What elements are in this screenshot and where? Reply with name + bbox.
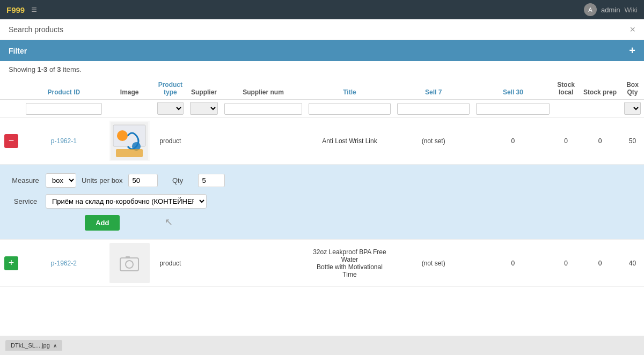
menu-icon[interactable]: ≡ <box>31 4 37 16</box>
filter-label: Filter <box>9 47 27 55</box>
row2-product-type: product <box>154 240 187 287</box>
row2-product-id[interactable]: p-1962-2 <box>51 260 77 267</box>
filter-bar: Filter + <box>0 40 644 61</box>
showing-total: 3 <box>57 65 61 73</box>
units-per-box-input[interactable] <box>128 174 158 187</box>
row2-stock-prep: 0 <box>579 240 621 287</box>
filter-add-button[interactable]: + <box>629 45 635 57</box>
products-table: Product ID Image Producttype Supplier Su… <box>0 78 644 287</box>
row1-product-image <box>111 122 148 160</box>
filter-sell30[interactable] <box>476 103 550 115</box>
row2-title: 32oz Leakproof BPA Free WaterBottle with… <box>305 240 394 287</box>
filter-box-qty[interactable] <box>624 102 641 115</box>
qty-label: Qty <box>163 176 193 184</box>
col-box-qty: BoxQty <box>621 78 644 100</box>
col-stock-local: Stocklocal <box>553 78 579 100</box>
row1-product-id[interactable]: p-1962-1 <box>51 137 77 145</box>
col-sell30: Sell 30 <box>473 78 553 100</box>
col-image: Image <box>105 78 154 100</box>
row1-supplier <box>187 117 221 165</box>
dialog-header: Search products × <box>0 19 644 40</box>
col-supplier: Supplier <box>187 78 221 100</box>
svg-rect-4 <box>116 149 143 157</box>
units-per-box-label: Units per box <box>82 176 123 184</box>
measure-label: Measure <box>11 176 40 184</box>
col-product-type: Producttype <box>154 78 187 100</box>
service-row: Service Приём на склад по-коробочно (КОН… <box>11 194 247 209</box>
topbar-left: F999 ≡ <box>6 4 37 16</box>
row1-title: Anti Lost Wrist Link <box>305 117 394 165</box>
col-stock-prep: Stock prep <box>579 78 621 100</box>
measure-row: Measure box unit pcs Units per box Qty <box>11 173 247 188</box>
expanded-row: Measure box unit pcs Units per box Qty <box>0 165 644 240</box>
row1-stock-local: 0 <box>553 117 579 165</box>
column-headers: Product ID Image Producttype Supplier Su… <box>0 78 644 100</box>
row1-supplier-num <box>221 117 305 165</box>
col-sell7: Sell 7 <box>394 78 473 100</box>
service-label: Service <box>11 197 40 205</box>
bottom-bar: DTkL_SL....jpg ∧ <box>0 336 644 355</box>
search-dialog: Search products × Filter + Showing 1-3 o… <box>0 19 644 355</box>
showing-info: Showing 1-3 of 3 items. <box>0 61 644 78</box>
svg-point-2 <box>117 130 128 141</box>
add-button-row: Add ↖ <box>11 215 247 231</box>
row1-sell30: 0 <box>473 117 553 165</box>
filter-product-type[interactable] <box>157 102 184 115</box>
products-table-wrapper: Product ID Image Producttype Supplier Su… <box>0 78 644 287</box>
filter-supplier-num[interactable] <box>224 103 302 115</box>
app-logo: F999 <box>6 5 25 14</box>
topbar-right: A admin Wiki <box>584 3 638 16</box>
row2-box-qty: 40 <box>621 240 644 287</box>
col-supplier-num: Supplier num <box>221 78 305 100</box>
username-label: admin <box>601 6 620 14</box>
camera-icon <box>119 253 140 274</box>
row1-sell7: (not set) <box>394 117 473 165</box>
row1-product-type: product <box>154 117 187 165</box>
row1-action-button[interactable]: − <box>4 134 18 148</box>
avatar: A <box>584 3 597 16</box>
row2-sell30: 0 <box>473 240 553 287</box>
chevron-up-icon: ∧ <box>53 343 57 349</box>
svg-point-6 <box>126 261 133 268</box>
col-action <box>0 78 23 100</box>
row2-stock-local: 0 <box>553 240 579 287</box>
col-product-id: Product ID <box>23 78 105 100</box>
topbar: F999 ≡ A admin Wiki <box>0 0 644 19</box>
filter-row <box>0 100 644 117</box>
svg-rect-7 <box>126 256 130 258</box>
add-button[interactable]: Add <box>85 215 120 231</box>
filter-sell7[interactable] <box>397 103 470 115</box>
row2-action-button[interactable]: + <box>4 256 18 270</box>
cursor-indicator: ↖ <box>165 216 173 228</box>
qty-input[interactable] <box>198 174 225 187</box>
row2-product-image <box>109 243 150 283</box>
row1-stock-prep: 0 <box>579 117 621 165</box>
close-button[interactable]: × <box>630 25 635 34</box>
svg-rect-5 <box>120 258 138 271</box>
row2-sell7: (not set) <box>394 240 473 287</box>
service-select[interactable]: Приём на склад по-коробочно (КОНТЕЙНЕР) … <box>46 194 207 209</box>
table-row: + p-1962-2 produ <box>0 240 644 287</box>
wiki-link[interactable]: Wiki <box>624 6 638 14</box>
download-filename: DTkL_SL....jpg <box>11 342 50 349</box>
download-file-item[interactable]: DTkL_SL....jpg ∧ <box>5 340 62 351</box>
filter-product-id[interactable] <box>26 103 102 115</box>
filter-title[interactable] <box>309 103 391 115</box>
row2-supplier <box>187 240 221 287</box>
row1-box-qty: 50 <box>621 117 644 165</box>
row2-supplier-num <box>221 240 305 287</box>
measure-select[interactable]: box unit pcs <box>46 173 76 188</box>
dialog-title: Search products <box>9 25 63 34</box>
table-row: − p-1962-1 <box>0 117 644 165</box>
filter-supplier[interactable] <box>190 102 218 115</box>
col-title: Title <box>305 78 394 100</box>
expanded-form: Measure box unit pcs Units per box Qty <box>11 173 247 231</box>
showing-range: 1-3 <box>37 65 47 73</box>
